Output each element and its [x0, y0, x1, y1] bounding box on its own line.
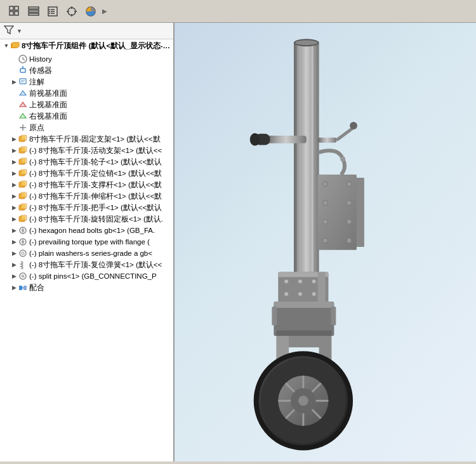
origin-arrow [10, 124, 18, 131]
tree-item-history[interactable]: History [0, 53, 173, 65]
toolbar-btn-crosshair[interactable] [63, 3, 81, 20]
svg-point-88 [347, 238, 352, 243]
tree-item-origin[interactable]: 原点 [0, 122, 173, 133]
plane-right-icon [18, 111, 28, 121]
svg-rect-100 [276, 331, 331, 336]
svg-point-78 [350, 122, 357, 129]
plane-right-arrow [10, 112, 18, 120]
left-panel: ▼ ▼ 8寸拖车千斤顶组件 (默认<默认_显示状态-1> [0, 23, 175, 461]
part4-arrow: ▶ [10, 169, 18, 177]
svg-marker-33 [20, 91, 26, 95]
tree-root-item[interactable]: ▼ 8寸拖车千斤顶组件 (默认<默认_显示状态-1> [0, 39, 173, 52]
svg-rect-65 [19, 286, 22, 290]
part7-icon [18, 202, 28, 213]
history-icon [18, 54, 28, 64]
tree-item-part8[interactable]: ▶ (-) 8寸拖车千斤顶-旋转固定板<1> (默认. [0, 213, 173, 225]
svg-rect-5 [29, 10, 39, 12]
right-panel [175, 23, 476, 461]
tree-item-part5[interactable]: ▶ (-) 8寸拖车千斤顶-支撑杆<1> (默认<<默 [0, 179, 173, 190]
plane-top-arrow [10, 101, 18, 109]
filter-bar: ▼ [0, 23, 173, 39]
svg-point-111 [298, 395, 308, 406]
svg-rect-2 [10, 11, 13, 15]
part4-icon [18, 168, 28, 178]
toolbar-btn-list[interactable] [25, 3, 43, 20]
tree-item-plane-top[interactable]: 上视基准面 [0, 99, 173, 110]
svg-rect-1 [15, 6, 18, 10]
torque-arrow: ▶ [10, 238, 18, 246]
toolbar: ▶ [0, 0, 476, 23]
filter-icon[interactable] [4, 25, 14, 37]
toolbar-group-1: ▶ [3, 1, 112, 22]
tree-item-part3[interactable]: ▶ (-) 8寸拖车千斤顶-轮子<1> (默认<<默认 [0, 156, 173, 168]
svg-point-81 [323, 182, 328, 187]
tree-item-torque[interactable]: ▶ (-) prevailing torque type with flange… [0, 236, 173, 248]
sensor-icon [18, 65, 28, 76]
svg-point-38 [22, 127, 24, 129]
part6-icon [18, 191, 28, 201]
svg-point-84 [347, 201, 352, 206]
assembly-icon [10, 41, 20, 51]
svg-marker-35 [20, 114, 26, 118]
tree-item-part4[interactable]: ▶ (-) 8寸拖车千斤顶-定位销<1> (默认<<默 [0, 168, 173, 179]
tree-item-plane-right[interactable]: 右视基准面 [0, 110, 173, 122]
tree-item-part1[interactable]: ▶ 8寸拖车千斤顶-固定支架<1> (默认<<默 [0, 133, 173, 145]
part3-arrow: ▶ [10, 158, 18, 166]
torque-label: (-) prevailing torque type with flange ( [29, 238, 150, 246]
svg-rect-27 [20, 69, 25, 72]
svg-rect-66 [23, 286, 27, 290]
svg-rect-48 [21, 181, 27, 186]
part8-arrow: ▶ [10, 215, 18, 223]
part7-arrow: ▶ [10, 204, 18, 211]
tree-item-part6[interactable]: ▶ (-) 8寸拖车千斤顶-伸缩杆<1> (默认<<默 [0, 190, 173, 202]
svg-point-87 [323, 238, 328, 243]
toolbar-btn-props[interactable] [44, 3, 62, 20]
plane-front-icon [18, 88, 28, 98]
toolbar-btn-pie[interactable] [82, 3, 100, 20]
tree-item-bolt[interactable]: ▶ (-) hexagon head bolts gb<1> (GB_FA. [0, 225, 173, 236]
mate-arrow: ▶ [10, 284, 18, 291]
svg-point-121 [340, 156, 345, 161]
spring-icon [18, 260, 28, 270]
tree-item-mate[interactable]: ▶ 配合 [0, 282, 173, 293]
tree-item-sensor[interactable]: 传感器 [0, 65, 173, 76]
torque-icon [18, 237, 28, 247]
tree-item-washer[interactable]: ▶ (-) plain washers-s series-grade a gb< [0, 248, 173, 259]
svg-rect-0 [10, 6, 13, 10]
tree-area: History 传感器 ▶ [0, 52, 173, 461]
bolt-arrow: ▶ [10, 227, 18, 234]
part6-arrow: ▶ [10, 192, 18, 200]
tree-item-pin[interactable]: ▶ (-) split pins<1> (GB_CONNECTING_P [0, 270, 173, 282]
filter-arrow[interactable]: ▼ [17, 28, 22, 34]
pin-icon [18, 271, 28, 281]
svg-rect-4 [29, 7, 39, 9]
part6-label: (-) 8寸拖车千斤顶-伸缩杆<1> (默认<<默 [29, 192, 162, 201]
sensor-arrow [10, 67, 18, 74]
model-view[interactable] [175, 23, 476, 461]
part4-label: (-) 8寸拖车千斤顶-定位销<1> (默认<<默 [29, 169, 162, 178]
svg-marker-20 [4, 26, 13, 34]
part1-icon [18, 134, 28, 144]
tree-item-part7[interactable]: ▶ (-) 8寸拖车千斤顶-把手<1> (默认<<默认 [0, 202, 173, 213]
tree-item-annotation[interactable]: ▶ 注解 [0, 76, 173, 88]
part5-arrow: ▶ [10, 181, 18, 189]
svg-rect-103 [286, 336, 321, 347]
svg-point-83 [323, 201, 328, 206]
svg-line-77 [336, 128, 354, 140]
svg-line-26 [23, 59, 25, 60]
plane-top-label: 上视基准面 [29, 100, 67, 110]
tree-item-part2[interactable]: ▶ (-) 8寸拖车千斤顶-活动支架<1> (默认<< [0, 145, 173, 156]
toolbar-btn-grid[interactable] [6, 3, 23, 20]
toolbar-expand-arrow[interactable]: ▶ [101, 8, 109, 15]
svg-point-92 [284, 279, 289, 284]
washer-arrow: ▶ [10, 249, 18, 257]
tree-item-spring[interactable]: ▶ (-) 8寸拖车千斤顶-复位弹簧<1> (默认<< [0, 259, 173, 270]
svg-rect-50 [21, 192, 27, 197]
plane-front-label: 前视基准面 [29, 89, 67, 98]
svg-point-96 [298, 292, 302, 296]
sensor-label: 传感器 [29, 66, 52, 76]
plane-front-arrow [10, 89, 18, 97]
tree-item-plane-front[interactable]: 前视基准面 [0, 88, 173, 99]
annotation-label: 注解 [29, 77, 44, 87]
svg-rect-73 [265, 136, 306, 143]
